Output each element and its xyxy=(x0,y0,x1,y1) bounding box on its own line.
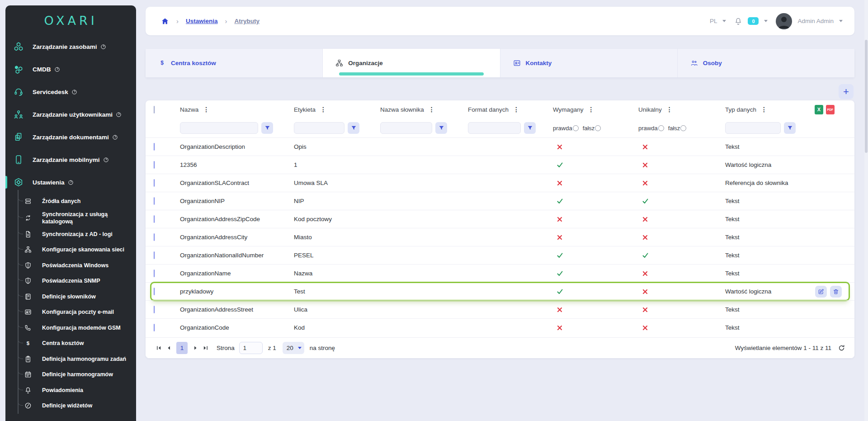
edit-row-button[interactable] xyxy=(815,286,827,298)
row-checkbox[interactable] xyxy=(154,270,155,277)
filter-input-format-danych[interactable] xyxy=(468,122,521,134)
sidebar-subitem-definicje-slownikow[interactable]: Definicje słowników xyxy=(5,289,136,305)
filter-input-nazwa-slownika[interactable] xyxy=(380,122,432,134)
add-attribute-button[interactable]: + xyxy=(839,84,854,99)
row-checkbox[interactable] xyxy=(154,233,155,241)
filter-funnel-button[interactable] xyxy=(261,122,273,134)
row-checkbox[interactable] xyxy=(154,143,155,151)
sidebar-subitem-synchronizacja-z-usluga-katalogowa[interactable]: Synchronizacja z usługą katalogową xyxy=(5,209,136,227)
tab-osoby[interactable]: Osoby xyxy=(678,49,854,77)
row-checkbox[interactable] xyxy=(154,288,155,295)
sidebar-subitem-label: Synchronizacja z usługą katalogową xyxy=(42,211,133,225)
table-header-row: Nazwa⋮ Etykieta⋮ Nazwa słownika⋮ Format … xyxy=(146,100,854,118)
column-menu-icon[interactable]: ⋮ xyxy=(588,106,594,113)
radio-prawda-unikalny[interactable] xyxy=(658,125,664,131)
avatar[interactable] xyxy=(776,13,792,29)
filter-funnel-button[interactable] xyxy=(524,122,536,134)
sidebar-item-ustawienia[interactable]: Ustawienia xyxy=(5,171,136,194)
sidebar-subitem-definicje-harmonogramow[interactable]: Definicje harmonogramów xyxy=(5,367,136,383)
language-selector[interactable]: PL xyxy=(710,18,717,24)
column-menu-icon[interactable]: ⋮ xyxy=(761,106,767,113)
column-menu-icon[interactable]: ⋮ xyxy=(203,106,209,113)
scrollbar-thumb[interactable] xyxy=(865,40,868,153)
cell-nazwa: 12356 xyxy=(171,161,285,168)
sidebar-item-zarzadzanie-dokumentami[interactable]: Zarządzanie dokumentami xyxy=(5,126,136,148)
table-row[interactable]: OrganizationAddressStreetUlicaTekst xyxy=(146,300,854,318)
row-checkbox[interactable] xyxy=(154,324,155,331)
sidebar-item-servicedesk[interactable]: Servicedesk xyxy=(5,80,136,103)
home-icon[interactable] xyxy=(161,17,169,25)
row-checkbox[interactable] xyxy=(154,251,155,259)
table-row[interactable]: przykladowyTestWartość logiczna xyxy=(146,282,854,300)
filter-input-nazwa[interactable] xyxy=(180,122,258,134)
next-page-button[interactable] xyxy=(190,343,200,353)
sidebar-item-cmdb[interactable]: CMDB xyxy=(5,58,136,80)
export-excel-button[interactable]: X xyxy=(815,105,823,114)
table-row[interactable]: OrganizationSLAContractUmowa SLAReferenc… xyxy=(146,174,854,192)
filter-input-typ-danych[interactable] xyxy=(725,122,781,134)
chevron-down-icon[interactable] xyxy=(764,20,768,22)
sidebar-subitem-zrodla-danych[interactable]: Źródła danych xyxy=(5,194,136,209)
sidebar-subitem-poswiadczenia-windows[interactable]: Poświadczenia Windows xyxy=(5,258,136,274)
table-row[interactable]: OrganizationNIPNIPTekst xyxy=(146,192,854,210)
column-menu-icon[interactable]: ⋮ xyxy=(320,106,326,113)
select-all-checkbox[interactable] xyxy=(154,106,155,114)
breadcrumb-link-settings[interactable]: Ustawienia xyxy=(186,18,218,24)
table-row[interactable]: OrganizationCodeKodTekst xyxy=(146,318,854,336)
sidebar-subitem-centra-kosztow[interactable]: $Centra kosztów xyxy=(5,336,136,351)
column-menu-icon[interactable]: ⋮ xyxy=(513,106,519,113)
sidebar-subitem-konfiguracja-poczty-e-mail[interactable]: Konfiguracja poczty e-mail xyxy=(5,304,136,320)
export-pdf-button[interactable]: PDF xyxy=(826,105,835,114)
sidebar-item-zarzadzanie-uzytkownikami[interactable]: Zarządzanie użytkownikami xyxy=(5,103,136,126)
sidebar-subitem-synchronizacja-z-ad-logi[interactable]: Synchronizacja z AD - logi xyxy=(5,227,136,242)
refresh-button[interactable] xyxy=(838,344,845,352)
tab-centra-kosztow[interactable]: $Centra kosztów xyxy=(146,49,323,77)
sidebar-subitem-konfiguracje-skanowania-sieci[interactable]: Konfiguracje skanowania sieci xyxy=(5,242,136,258)
table-row[interactable]: OrganizationAddressZipCodeKod pocztowyTe… xyxy=(146,210,854,228)
sidebar-subitem-poswiadczenia-snmp[interactable]: Poświadczenia SNMP xyxy=(5,273,136,289)
scrollbar[interactable] xyxy=(864,0,868,421)
sidebar-subitem-definicje-widzetow[interactable]: Definicje widżetów xyxy=(5,398,136,414)
filter-funnel-button[interactable] xyxy=(784,122,796,134)
app-logo[interactable]: OXARI xyxy=(5,5,136,35)
table-row[interactable]: 123561Wartość logiczna xyxy=(146,156,854,174)
last-page-button[interactable] xyxy=(200,343,210,353)
table-row[interactable]: OrganizationDescriptionOpisTekst xyxy=(146,137,854,156)
first-page-button[interactable] xyxy=(154,343,164,353)
column-menu-icon[interactable]: ⋮ xyxy=(666,106,673,113)
current-page-button[interactable]: 1 xyxy=(176,342,188,354)
row-checkbox[interactable] xyxy=(154,161,155,169)
row-checkbox[interactable] xyxy=(154,306,155,313)
radio-falsz-unikalny[interactable] xyxy=(680,125,686,131)
delete-row-button[interactable] xyxy=(830,286,842,298)
bell-icon[interactable] xyxy=(734,17,742,25)
radio-falsz-wymagany[interactable] xyxy=(595,125,601,131)
user-name[interactable]: Admin Admin xyxy=(797,18,834,24)
radio-prawda-wymagany[interactable] xyxy=(573,125,579,131)
row-checkbox[interactable] xyxy=(154,179,155,187)
tab-kontakty[interactable]: Kontakty xyxy=(500,49,678,77)
chevron-down-icon[interactable] xyxy=(839,20,843,22)
breadcrumb-link-attributes[interactable]: Atrybuty xyxy=(235,18,260,24)
page-size-select[interactable]: 20 xyxy=(283,342,304,354)
table-row[interactable]: OrganizationNationalIdNumberPESELTekst xyxy=(146,246,854,264)
page-number-input[interactable] xyxy=(239,342,263,354)
filter-funnel-button[interactable] xyxy=(435,122,447,134)
sidebar-subitem-powiadomienia[interactable]: Powiadomienia xyxy=(5,383,136,398)
row-checkbox[interactable] xyxy=(154,197,155,205)
sidebar-item-zarzadzanie-zasobami[interactable]: Zarządzanie zasobami xyxy=(5,35,136,58)
notifications-badge[interactable]: 0 xyxy=(748,17,759,25)
previous-page-button[interactable] xyxy=(164,343,174,353)
sidebar-subitem-definicja-harmonogramu-zadan[interactable]: Definicja harmonogramu zadań xyxy=(5,351,136,367)
table-row[interactable]: OrganizationAddressCityMiastoTekst xyxy=(146,228,854,246)
filter-input-etykieta[interactable] xyxy=(294,122,344,134)
tab-organizacje[interactable]: Organizacje xyxy=(323,49,500,77)
sidebar-item-zarzadzanie-mobilnymi[interactable]: Zarządzanie mobilnymi xyxy=(5,148,136,171)
column-menu-icon[interactable]: ⋮ xyxy=(429,106,435,113)
table-row[interactable]: OrganizationNameNazwaTekst xyxy=(146,264,854,282)
row-checkbox[interactable] xyxy=(154,215,155,223)
filter-funnel-button[interactable] xyxy=(348,122,359,134)
sidebar-subitem-konfiguracja-modemow-gsm[interactable]: Konfiguracja modemów GSM xyxy=(5,320,136,336)
chevron-down-icon[interactable] xyxy=(722,20,726,22)
sidebar-subitem-label: Definicja harmonogramu zadań xyxy=(42,355,126,363)
